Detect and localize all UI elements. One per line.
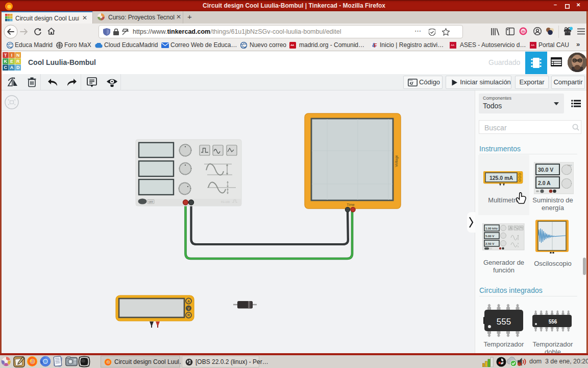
svg-text:1.00 kHz: 1.00 kHz [485, 227, 498, 230]
svg-text:T: T [4, 53, 7, 58]
svg-text:C: C [4, 65, 8, 70]
svg-text:OFF: OFF [149, 201, 153, 203]
svg-text:K: K [4, 59, 8, 64]
svg-text:D: D [16, 65, 20, 70]
svg-text:30.0 V: 30.0 V [538, 167, 553, 173]
svg-text:R: R [187, 313, 190, 317]
svg-text:I: I [11, 53, 13, 58]
svg-text:V: V [187, 307, 190, 310]
svg-text:MAX: MAX [568, 164, 572, 167]
svg-text:556: 556 [549, 319, 557, 325]
svg-text:2.50 V: 2.50 V [485, 242, 494, 245]
svg-text:Voltage: Voltage [395, 155, 399, 167]
svg-text:Time: Time [347, 203, 354, 206]
svg-text:555: 555 [497, 317, 511, 327]
svg-text:2.0 A: 2.0 A [538, 180, 551, 186]
svg-text:A: A [10, 65, 14, 70]
svg-text:m: m [522, 30, 525, 33]
svg-text:125.0 mA: 125.0 mA [489, 175, 513, 181]
svg-text:FG-100: FG-100 [221, 200, 230, 203]
svg-text:A: A [187, 300, 190, 303]
svg-text:F: F [374, 43, 377, 49]
svg-text:R: R [16, 59, 20, 64]
svg-text:E: E [10, 59, 13, 64]
svg-text:N: N [16, 53, 20, 58]
svg-text:5.00 V: 5.00 V [485, 235, 494, 238]
